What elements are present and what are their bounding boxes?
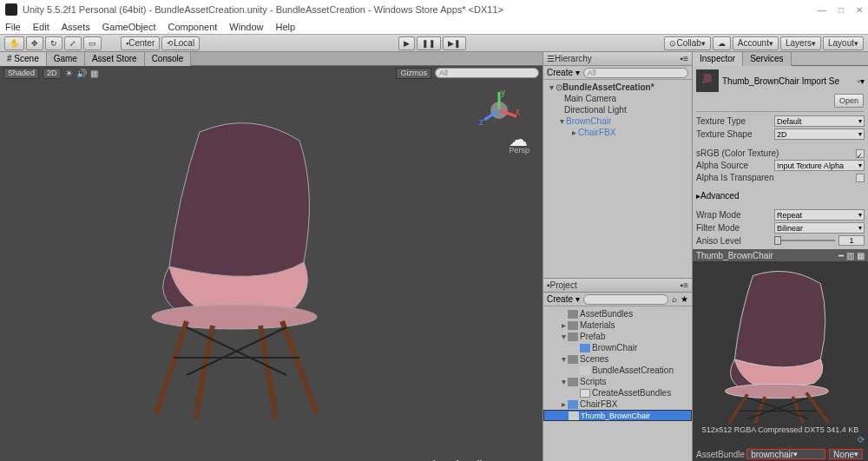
open-button[interactable]: Open (834, 94, 864, 108)
layout-button[interactable]: Layout ▾ (823, 36, 864, 50)
main-toolbar: ✋ ✥ ↻ ⤢ ▭ ▪ Center ⟲ Local ▶ ❚❚ ▶❚ ⊙ Col… (0, 35, 868, 52)
perspective-label: Persp (509, 134, 529, 155)
close-icon[interactable]: ✕ (856, 5, 863, 15)
hierarchy-item-camera[interactable]: Main Camera (543, 93, 692, 104)
menu-assets[interactable]: Assets (62, 22, 90, 32)
tab-console[interactable]: Console (145, 52, 192, 66)
tab-services[interactable]: Services (743, 52, 791, 66)
rotate-tool-button[interactable]: ↻ (45, 36, 62, 50)
menu-file[interactable]: File (5, 22, 21, 32)
menu-help[interactable]: Help (275, 22, 295, 32)
project-item-chairfbx[interactable]: ▸ChairFBX (543, 398, 692, 410)
project-create-dropdown[interactable]: Create ▾ (547, 294, 580, 304)
project-item-scenes[interactable]: ▾Scenes (543, 353, 692, 365)
hierarchy-create-dropdown[interactable]: Create ▾ (547, 68, 580, 77)
alpha-transparent-checkbox[interactable] (856, 174, 865, 182)
filter-icon[interactable]: ⌕ (672, 294, 677, 304)
hierarchy-item-light[interactable]: Directional Light (543, 104, 692, 115)
menu-edit[interactable]: Edit (33, 22, 49, 32)
menu-gameobject[interactable]: GameObject (102, 22, 156, 32)
gizmos-dropdown[interactable]: Gizmos (396, 68, 431, 79)
tab-game[interactable]: Game (47, 52, 85, 66)
svg-line-13 (710, 82, 712, 89)
menubar: File Edit Assets GameObject Component Wi… (0, 19, 868, 35)
panel-menu-icon[interactable]: ▪≡ (681, 54, 688, 63)
scene-search[interactable]: All (435, 68, 539, 78)
hierarchy-item-chairfbx[interactable]: ▸ChairFBX (543, 127, 692, 138)
project-item-materials[interactable]: ▸Materials (543, 319, 692, 331)
menu-component[interactable]: Component (168, 22, 217, 32)
light-icon[interactable]: ☀ (65, 69, 73, 78)
fx-icon[interactable]: ▦ (90, 69, 98, 78)
minimize-icon[interactable]: — (818, 5, 826, 15)
chair-mesh (130, 115, 356, 427)
pause-button[interactable]: ❚❚ (417, 36, 441, 50)
svg-line-16 (806, 392, 828, 423)
layers-button[interactable]: Layers ▾ (780, 36, 821, 50)
aniso-slider[interactable] (774, 240, 835, 241)
svg-text:x: x (516, 107, 520, 116)
menu-window[interactable]: Window (229, 22, 263, 32)
project-item-prefab[interactable]: ▾Prefab (543, 331, 692, 342)
hierarchy-search[interactable]: All (583, 68, 688, 78)
project-search[interactable] (583, 294, 668, 305)
tab-inspector[interactable]: Inspector (693, 52, 743, 66)
texture-shape-dropdown[interactable]: 2D (774, 128, 865, 140)
alpha-source-dropdown[interactable]: Input Texture Alpha (774, 160, 865, 171)
scene-viewport[interactable]: y x z Persp Thumbnail Image (0, 80, 542, 461)
static-icon[interactable]: ▫▾ (857, 76, 865, 86)
account-button[interactable]: Account ▾ (733, 36, 779, 50)
mode-2d-toggle[interactable]: 2D (43, 68, 62, 79)
scene-tabs: # Scene Game Asset Store Console (0, 52, 542, 66)
texture-preview[interactable] (693, 261, 868, 425)
play-button[interactable]: ▶ (398, 36, 415, 50)
asset-thumbnail-icon (696, 69, 719, 92)
preview-tools-icon[interactable]: ━ ▥ ▦ (838, 251, 865, 260)
project-item-thumb_brownchair[interactable]: Thumb_BrownChair (543, 410, 692, 421)
scale-tool-button[interactable]: ⤢ (64, 36, 82, 50)
pivot-local-button[interactable]: ⟲ Local (161, 36, 200, 50)
tab-asset-store[interactable]: Asset Store (85, 52, 145, 66)
bundle-name-dropdown[interactable]: brownchair ▾ (746, 449, 825, 459)
audio-icon[interactable]: 🔊 (76, 69, 87, 78)
project-item-assetbundles[interactable]: AssetBundles (543, 308, 692, 319)
svg-line-12 (702, 83, 704, 89)
project-item-bundleassetcreation[interactable]: BundleAssetCreation (543, 365, 692, 376)
hierarchy-item-brownchair[interactable]: ▾BrownChair (543, 115, 692, 127)
project-item-createassetbundles[interactable]: CreateAssetBundles (543, 387, 692, 398)
hierarchy-scene[interactable]: ▾⊙ BundleAssetCreation* (543, 82, 692, 93)
bundle-variant-dropdown[interactable]: None ▾ (829, 449, 863, 459)
filter-mode-dropdown[interactable]: Bilinear (774, 222, 865, 234)
sync-icon[interactable]: ⟳ (858, 435, 865, 445)
pivot-center-button[interactable]: ▪ Center (121, 36, 160, 50)
aniso-value[interactable]: 1 (838, 235, 865, 246)
asset-name: Thumb_BrownChair Import Se (722, 76, 857, 86)
wrap-mode-dropdown[interactable]: Repeat (774, 209, 865, 221)
svg-line-2 (282, 321, 317, 414)
orientation-gizmo[interactable]: y x z (477, 89, 521, 132)
hierarchy-header[interactable]: ☰ Hierarchy ▪≡ (543, 52, 692, 66)
collab-button[interactable]: ⊙ Collab ▾ (664, 36, 710, 50)
panel-menu-icon[interactable]: ▪≡ (681, 280, 688, 290)
svg-line-1 (156, 321, 187, 414)
hand-tool-button[interactable]: ✋ (4, 36, 24, 50)
unity-logo-icon (5, 3, 17, 16)
maximize-icon[interactable]: □ (838, 5, 844, 15)
tab-scene[interactable]: # Scene (0, 52, 47, 66)
advanced-foldout[interactable]: ▸ Advanced (696, 191, 865, 201)
srgb-checkbox[interactable] (856, 149, 865, 158)
project-item-brownchair[interactable]: BrownChair (543, 342, 692, 353)
move-tool-button[interactable]: ✥ (26, 36, 43, 50)
step-button[interactable]: ▶❚ (443, 36, 466, 50)
preview-chair (709, 263, 852, 424)
hierarchy-tree: ▾⊙ BundleAssetCreation* Main Camera Dire… (543, 80, 692, 140)
preview-header[interactable]: Thumb_BrownChair ━ ▥ ▦ (693, 249, 868, 261)
project-header[interactable]: ▪ Project ▪≡ (543, 279, 692, 293)
rect-tool-button[interactable]: ▭ (83, 36, 102, 50)
shading-mode-dropdown[interactable]: Shaded (3, 68, 39, 79)
cloud-button[interactable]: ☁ (713, 36, 731, 50)
project-item-scripts[interactable]: ▾Scripts (543, 376, 692, 387)
favorite-icon[interactable]: ★ (681, 294, 688, 304)
texture-type-dropdown[interactable]: Default (774, 115, 865, 127)
scene-toolbar: Shaded 2D ☀ 🔊 ▦ Gizmos All (0, 66, 542, 80)
